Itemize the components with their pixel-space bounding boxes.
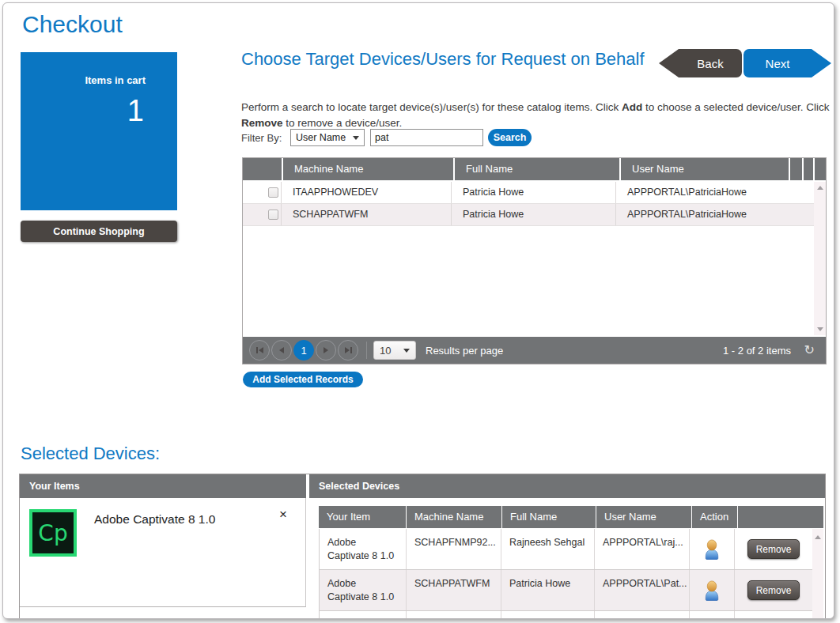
- grid-header-spacer: [815, 158, 826, 180]
- cell-full-name: Rajneesh Sehgal: [501, 529, 595, 569]
- next-button[interactable]: Next: [744, 49, 812, 77]
- pager-prev-button[interactable]: [271, 340, 292, 361]
- pager-first-button[interactable]: [249, 340, 270, 361]
- selected-devices-table: Your Item Machine Name Full Name User Na…: [319, 506, 823, 619]
- screen: Checkout Items in cart 1 Continue Shoppi…: [0, 0, 840, 623]
- cart-count: 1: [21, 94, 177, 128]
- selected-devices-heading: Selected Devices:: [21, 443, 160, 465]
- cell-full-name: Patricia Howe: [452, 204, 616, 225]
- refresh-icon[interactable]: ↻: [804, 344, 815, 357]
- devices-header-user-name: User Name: [596, 506, 691, 528]
- pager-current-page[interactable]: 1: [293, 340, 314, 361]
- table-row: ITAAPPHOWEDEV Patricia Howe APPPORTAL\Pa…: [243, 182, 814, 204]
- grid-header-spacer: [790, 158, 802, 180]
- filter-field-select[interactable]: User Name: [290, 129, 365, 146]
- grid-header-spacer: [804, 158, 813, 180]
- cart-summary-card: Items in cart 1: [21, 52, 177, 210]
- grid-header-machine-name[interactable]: Machine Name: [283, 158, 453, 180]
- last-page-icon: [345, 347, 350, 353]
- scroll-up-icon[interactable]: [815, 535, 821, 539]
- selected-devices-panel: Your Items Selected Devices Cp Adobe Cap…: [19, 474, 826, 619]
- close-icon[interactable]: ×: [279, 508, 287, 521]
- cell-machine-name: SCHAPFNMP92...: [407, 529, 501, 569]
- cell-your-item: Adobe Captivate 8 1.0: [320, 570, 407, 610]
- cell-action: [690, 570, 735, 610]
- pager-range-label: 1 - 2 of 2 items: [723, 345, 791, 357]
- grid-header-row: Machine Name Full Name User Name: [243, 158, 826, 180]
- cell-full-name: Patricia Howe: [501, 570, 595, 610]
- devices-header-spacer: [738, 506, 823, 528]
- scroll-up-icon[interactable]: [817, 186, 823, 190]
- results-per-page-label: Results per page: [426, 345, 503, 357]
- user-icon[interactable]: [703, 580, 721, 601]
- devices-scrollbar[interactable]: [812, 529, 823, 619]
- cell-your-item: Adobe Captivate 8 1.0: [320, 529, 407, 569]
- table-row: SCHAPPATWFM Patricia Howe APPPORTAL\Patr…: [243, 204, 814, 226]
- grid-pager: 1 10 Results per page 1 - 2 of 2 items ↻: [243, 337, 826, 364]
- pager-next-button[interactable]: [316, 340, 336, 361]
- filter-field-value: User Name: [296, 132, 346, 143]
- checkout-page: Checkout Items in cart 1 Continue Shoppi…: [2, 2, 834, 619]
- back-button-label: Back: [697, 57, 723, 70]
- chooser-heading: Choose Target Devices/Users for Request …: [241, 48, 678, 70]
- cell-user-name: APPPORTAL\PatriciaHowe: [616, 182, 814, 203]
- cell-action: [690, 529, 735, 569]
- cell-machine-name: ITAAPPHOWEDEV: [282, 182, 452, 203]
- cell-user-name: APPPORTAL\PatriciaHowe: [616, 204, 814, 225]
- devices-header-your-item: Your Item: [319, 506, 406, 528]
- cell-machine-name: SCHAPPATWFM: [407, 570, 501, 610]
- chevron-down-icon: [353, 136, 359, 140]
- cell-user-name: APPPORTAL\Pat...: [595, 570, 690, 610]
- filter-query-input[interactable]: [370, 129, 483, 146]
- devices-header-full-name: Full Name: [502, 506, 596, 528]
- devices-header-row: Your Item Machine Name Full Name User Na…: [319, 506, 823, 528]
- page-size-select[interactable]: 10: [373, 341, 416, 360]
- grid-scrollbar[interactable]: [814, 182, 826, 335]
- cart-item-name: Adobe Captivate 8 1.0: [94, 512, 215, 527]
- continue-shopping-button[interactable]: Continue Shopping: [21, 221, 177, 242]
- prev-page-icon: [279, 347, 284, 353]
- chooser-instructions: Perform a search to locate target device…: [241, 100, 831, 130]
- table-row: Adobe Captivate 8 1.0 SCHAPFNMP92... Raj…: [320, 529, 812, 570]
- remove-button[interactable]: Remove: [747, 539, 800, 559]
- filter-by-label: Filter By:: [241, 132, 282, 144]
- pager-divider: [366, 342, 367, 359]
- row-checkbox[interactable]: [268, 210, 278, 220]
- next-page-icon: [324, 347, 328, 353]
- grid-header-select: [243, 158, 282, 180]
- adobe-captivate-icon: Cp: [29, 509, 77, 557]
- your-items-pane: Cp Adobe Captivate 8 1.0 ×: [20, 498, 306, 607]
- add-selected-records-button[interactable]: Add Selected Records: [243, 372, 363, 387]
- cell-full-name: Patricia Howe: [452, 182, 616, 203]
- back-button[interactable]: Back: [679, 49, 742, 77]
- search-results-grid: Machine Name Full Name User Name ITAAPPH…: [242, 157, 827, 364]
- scroll-down-icon[interactable]: [817, 327, 823, 331]
- selected-devices-header: Selected Devices: [309, 474, 825, 498]
- row-checkbox[interactable]: [268, 187, 278, 198]
- your-items-header: Your Items: [20, 474, 306, 498]
- first-page-icon: [259, 347, 263, 353]
- user-icon[interactable]: [703, 539, 721, 560]
- chevron-down-icon: [403, 349, 410, 353]
- devices-header-action: Action: [692, 506, 737, 528]
- grid-header-full-name[interactable]: Full Name: [455, 158, 619, 180]
- cart-label: Items in cart: [21, 74, 177, 86]
- table-row: Adobe Captivate 8 1.0 SCHAPPATWFM Patric…: [320, 570, 812, 611]
- next-button-label: Next: [766, 57, 790, 70]
- devices-header-machine-name: Machine Name: [407, 506, 501, 528]
- cell-machine-name: SCHAPPATWFM: [282, 204, 452, 225]
- pager-last-button[interactable]: [338, 340, 358, 361]
- page-title: Checkout: [22, 11, 123, 38]
- remove-button[interactable]: Remove: [747, 580, 800, 600]
- table-row: [320, 611, 812, 619]
- cell-user-name: APPPORTAL\raj...: [595, 529, 690, 569]
- page-size-value: 10: [380, 345, 391, 357]
- search-button[interactable]: Search: [488, 129, 532, 146]
- grid-header-user-name[interactable]: User Name: [621, 158, 789, 180]
